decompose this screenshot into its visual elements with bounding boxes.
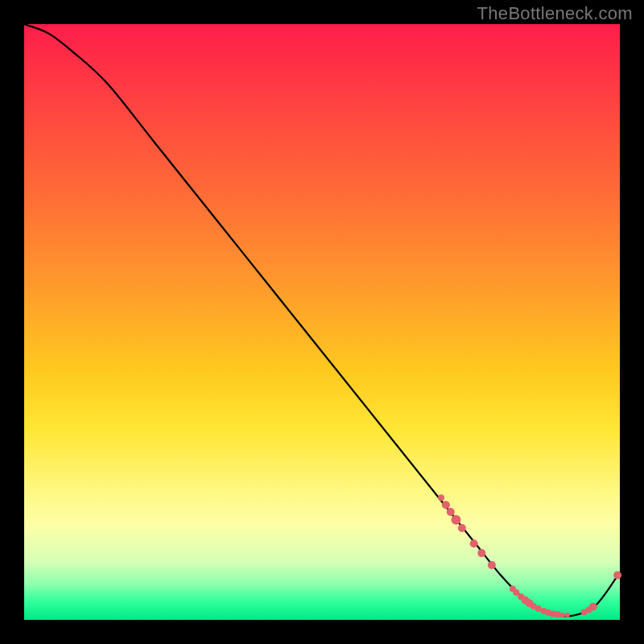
data-points-group (438, 494, 621, 617)
data-point (470, 539, 478, 547)
chart-frame: TheBottleneck.com (0, 0, 644, 644)
data-point (555, 611, 561, 617)
data-point (589, 603, 597, 611)
data-point (477, 549, 485, 557)
data-point (565, 613, 570, 617)
watermark-text: TheBottleneck.com (477, 3, 633, 24)
data-point (613, 572, 621, 580)
data-point (452, 515, 461, 525)
plot-area (24, 24, 620, 620)
data-point (458, 524, 466, 532)
data-point (560, 613, 565, 617)
bottleneck-curve (24, 24, 620, 616)
data-point (447, 508, 455, 516)
data-point (442, 501, 450, 509)
data-point (488, 561, 496, 569)
data-point (438, 494, 444, 501)
curve-svg (24, 24, 620, 620)
